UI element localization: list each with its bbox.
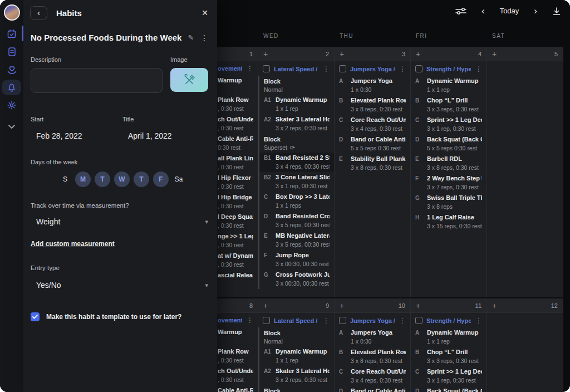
- day-chips: SMTWTFSa: [59, 171, 217, 187]
- day-chip-t[interactable]: T: [134, 171, 149, 187]
- kebab-icon[interactable]: ⋮: [246, 317, 254, 324]
- exercise-entry[interactable]: DBack Squat (Back Off Set)5 x 5 reps 0:3…: [411, 134, 487, 154]
- exercise-entry[interactable]: DBand or Cable Anti Rotati...: [335, 386, 410, 392]
- exercise-entry[interactable]: AJumpers Yoga1 x 0:30: [335, 76, 410, 95]
- exercise-entry[interactable]: BChop “L” Drill3 x 3 reps, 0:30 rest: [411, 347, 487, 366]
- exercise-label: A: [339, 77, 351, 93]
- workout-title[interactable]: Strength / Hypertro...: [426, 317, 471, 324]
- kebab-icon[interactable]: ⋮: [475, 317, 483, 324]
- day-chip-sa[interactable]: Sa: [173, 171, 185, 187]
- workout-title[interactable]: ovement Q...: [218, 65, 242, 72]
- exercise-name: Chop “L” Drill: [427, 97, 482, 104]
- kebab-icon[interactable]: ⋮: [322, 317, 330, 324]
- add-event-icon[interactable]: +: [416, 50, 420, 58]
- workout-title[interactable]: Jumpers Yoga / Core: [350, 66, 395, 72]
- exercise-entry[interactable]: EStability Ball Plank Linear ...3 x 8 re…: [335, 154, 410, 173]
- kebab-icon[interactable]: ⋮: [399, 317, 406, 324]
- sidebar-item-calendar[interactable]: [2, 26, 21, 42]
- add-event-icon[interactable]: +: [340, 302, 344, 310]
- workout-checkbox[interactable]: [415, 65, 422, 72]
- sidebar-item-habits[interactable]: [2, 80, 21, 95]
- sidebar-item-health[interactable]: [2, 62, 21, 77]
- workout-checkbox[interactable]: [339, 317, 346, 324]
- exercise-entry[interactable]: A1Dynamic Warmup1 x 1 rep: [259, 95, 334, 114]
- workout-title[interactable]: Strength / Hypertro...: [426, 66, 471, 72]
- exercise-name: Dynamic Warmup: [276, 348, 330, 355]
- kebab-icon[interactable]: ⋮: [475, 66, 483, 72]
- workout-checkbox[interactable]: [263, 317, 270, 324]
- kebab-icon[interactable]: ⋮: [246, 65, 254, 72]
- exercise-entry[interactable]: CSprint >> 1 Leg Declarations3 x 1 rep, …: [411, 366, 487, 386]
- exercise-entry[interactable]: DBack Squat (Back Off Set): [411, 386, 487, 392]
- add-event-icon[interactable]: +: [416, 302, 420, 310]
- pencil-icon[interactable]: ✎: [188, 33, 194, 42]
- exercise-entry[interactable]: A2Skater 3 Lateral Hops >> ...3 x 2 reps…: [259, 366, 334, 385]
- exercise-entry[interactable]: FJump Rope3 x 00:30, 00:30 rest: [259, 250, 334, 270]
- close-icon[interactable]: ✕: [202, 8, 208, 17]
- exercise-entry[interactable]: DBand or Cable Anti Rotati...5 x 5 reps …: [335, 134, 410, 154]
- add-custom-measurement-link[interactable]: Add custom measurement: [31, 240, 115, 248]
- today-button[interactable]: Today: [500, 7, 519, 15]
- kebab-icon[interactable]: ⋮: [322, 66, 330, 72]
- description-input[interactable]: [31, 68, 163, 93]
- exercise-entry[interactable]: GCross Footwork Jump Rope3 x 00:30, 00:3…: [259, 270, 334, 289]
- habit-kebab-icon[interactable]: ⋮: [200, 33, 208, 42]
- workout-title[interactable]: Lateral Speed / Plyo: [274, 66, 318, 72]
- add-event-icon[interactable]: +: [492, 302, 497, 310]
- day-chip-t[interactable]: T: [95, 171, 110, 187]
- day-chip-m[interactable]: M: [75, 171, 91, 187]
- workout-checkbox[interactable]: [415, 317, 422, 324]
- exercise-entry[interactable]: DBand Resisted Crossover...3 x 5 reps, 0…: [259, 211, 334, 231]
- entry-type-select[interactable]: Yes/No ▾: [31, 281, 208, 290]
- exercise-entry[interactable]: A1Dynamic Warmup1 x 1 rep: [259, 346, 334, 366]
- sidebar-item-documents[interactable]: [2, 44, 21, 60]
- avatar[interactable]: [4, 4, 20, 21]
- exercise-entry[interactable]: BElevated Plank Row3 x 8 reps, 0:30 rest: [335, 95, 410, 115]
- sidebar-expand[interactable]: [2, 119, 21, 134]
- prev-week-icon[interactable]: ‹: [481, 6, 485, 16]
- exercise-entry[interactable]: ADynamic Warmup1 x 1 rep: [411, 327, 487, 347]
- exercise-entry[interactable]: ADynamic Warmup1 x 1 rep: [411, 76, 487, 95]
- add-event-icon[interactable]: +: [340, 50, 344, 58]
- exercise-entry[interactable]: CSprint >> 1 Leg Declarations3 x 1 rep, …: [411, 115, 487, 134]
- template-checkbox[interactable]: [31, 312, 40, 321]
- exercise-entry[interactable]: B1Band Resisted 2 Step Late...3 x 4 reps…: [259, 153, 334, 172]
- day-chip-s[interactable]: S: [59, 171, 71, 187]
- heart-hands-icon: [7, 65, 17, 75]
- exercise-entry[interactable]: F2 Way Bench Step Up3 x 7 reps, 0:30 res…: [411, 173, 487, 193]
- exercise-entry[interactable]: AJumpers Yoga1 x 0:30: [335, 327, 410, 347]
- exercise-entry[interactable]: B23 Cone Lateral Slide3 x 1 rep, 00:30 r…: [259, 172, 334, 192]
- workout-checkbox[interactable]: [263, 65, 270, 72]
- exercise-entry[interactable]: BChop “L” Drill3 x 3 reps, 0:30 rest: [411, 95, 487, 115]
- habit-image[interactable]: [170, 68, 208, 92]
- day-chip-w[interactable]: W: [114, 171, 130, 187]
- habit-title-row: No Processed Foods During the Week ✎ ⋮: [31, 33, 208, 42]
- exercise-entry[interactable]: A2Skater 3 Lateral Hops >> ...3 x 2 reps…: [259, 114, 334, 134]
- exercise-entry[interactable]: EMB Negative Lateral Hop...3 x 5 reps, 0…: [259, 231, 334, 250]
- workout-title[interactable]: Jumpers Yoga / Core: [350, 317, 395, 324]
- day-chip-f[interactable]: F: [153, 171, 169, 187]
- download-icon[interactable]: [552, 7, 561, 16]
- exercise-entry[interactable]: GSwiss Ball Triple Threat3 x 8 reps: [411, 193, 487, 212]
- workout-title[interactable]: Lateral Speed / Plyo: [274, 317, 318, 324]
- next-week-icon[interactable]: ›: [534, 6, 537, 16]
- kebab-icon[interactable]: ⋮: [399, 66, 406, 72]
- exercise-entry[interactable]: CCore Reach Out/Under3 x 4 reps, 0:30 re…: [335, 366, 410, 386]
- add-event-icon[interactable]: +: [263, 50, 268, 58]
- back-button[interactable]: ‹: [30, 6, 47, 20]
- end-date-value[interactable]: April 1, 2022: [122, 131, 172, 140]
- add-event-icon[interactable]: +: [492, 50, 497, 58]
- workout-checkbox[interactable]: [339, 65, 346, 72]
- exercise-detail: 3 x 1 rep, 0:30 rest: [427, 377, 482, 384]
- exercise-entry[interactable]: EBarbell RDL3 x 8 reps, 0:30 rest: [411, 154, 487, 173]
- exercise-entry[interactable]: CCore Reach Out/Under3 x 4 reps, 0:30 re…: [335, 115, 410, 134]
- exercise-entry[interactable]: BElevated Plank Row3 x 8 reps, 0:30 rest: [335, 347, 410, 366]
- sidebar-item-settings[interactable]: [2, 97, 21, 113]
- exercise-entry[interactable]: CBox Drop >> 3 Lateral H...1 x 1 reps: [259, 192, 334, 211]
- filters-icon[interactable]: [455, 7, 466, 15]
- start-date-value[interactable]: Feb 28, 2022: [31, 131, 122, 140]
- measurement-select[interactable]: Weight ▾: [31, 217, 208, 226]
- workout-title[interactable]: ovement Q...: [218, 317, 242, 324]
- add-event-icon[interactable]: +: [263, 302, 268, 310]
- exercise-entry[interactable]: H1 Leg Calf Raise3 x 15 reps, 0:30 rest: [411, 212, 487, 232]
